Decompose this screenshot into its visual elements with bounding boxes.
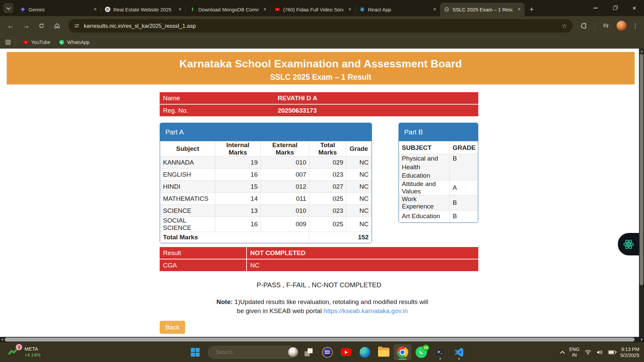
weather-stocks-widget[interactable]: 3 META +4.14% [8,345,41,358]
back-button[interactable]: ← [4,19,17,33]
minimize-button[interactable] [586,0,605,16]
file-explorer-button[interactable] [375,344,392,360]
tab-close-icon[interactable]: × [92,6,99,13]
task-view-button[interactable] [300,344,317,360]
cell-grade: NC [346,217,372,232]
tab-close-icon[interactable]: × [431,6,438,13]
chatgpt-icon [105,7,110,12]
address-bar[interactable]: karresults.nic.in/res_sl_kar2025_resssl_… [68,19,573,33]
bookmarks-bar: YouTube WhatsApp [0,36,644,49]
cell-total: 029 [309,157,346,169]
tab-youtube-video[interactable]: (760) Fidaa Full Video Song × [271,3,355,16]
cell-external: 007 [261,169,309,181]
note-line-2: be given in KSEAB web portal https://kse… [153,306,492,315]
tab-title: SSLC 2025 Exam – 1 Result [452,7,513,12]
col-external: External Marks [261,141,309,157]
windows-logo-icon [191,348,200,357]
home-button[interactable] [50,19,64,33]
bookmarks-divider [15,39,16,45]
eclipse-app-button[interactable] [319,344,336,360]
cell-grade: B [450,154,478,180]
cell-external: 010 [261,205,309,217]
tab-react-app[interactable]: React App × [356,3,440,16]
vertical-scrollbar-thumb[interactable] [640,54,643,285]
horizontal-scrollbar-thumb[interactable] [5,338,635,342]
chrome-app-button[interactable] [394,344,411,360]
tab-close-icon[interactable]: × [177,6,183,13]
clock[interactable]: 9:13 PM 5/2/2025 [621,346,639,358]
toolbar-divider [595,22,595,29]
start-button[interactable] [186,344,204,360]
mongodb-leaf-icon [190,7,195,12]
whatsapp-app-button[interactable]: 19 [413,344,430,360]
media-controls-button[interactable] [599,19,612,33]
web-page: Karnataka School Examination and Assessm… [0,49,639,337]
search-highlight-image[interactable] [288,347,298,357]
cell-grade: A [450,180,478,195]
bookmark-star-icon[interactable]: ☆ [559,22,569,30]
cell-subject: Physical and Health Education [399,154,450,180]
edge-app-button[interactable] [356,344,374,360]
cga-value: NC [247,259,478,271]
cell-subject: ENGLISH [160,169,215,181]
student-reg-no: 20250633173 [278,107,317,114]
profile-avatar[interactable] [616,21,627,31]
volume-icon[interactable] [596,350,603,355]
wifi-icon[interactable] [585,350,591,355]
tab-close-icon[interactable]: × [262,6,268,13]
result-row: Result NOT COMPLETED [160,247,478,259]
student-name: REVATHI D A [278,95,317,102]
close-window-button[interactable]: × [625,0,644,16]
tab-sslc-result-active[interactable]: SSLC 2025 Exam – 1 Result × [440,3,525,16]
url-text[interactable]: karresults.nic.in/res_sl_kar2025_resssl_… [84,23,555,29]
col-subject: SUBJECT [399,141,450,154]
table-row: Physical and Health Education B [399,154,478,180]
youtube-app-button[interactable] [337,344,355,360]
tab-close-icon[interactable]: × [346,6,353,13]
reload-button[interactable] [35,19,48,33]
bookmark-whatsapp[interactable]: WhatsApp [56,38,92,46]
apps-grid-icon[interactable] [5,40,11,45]
cell-grade: NC [346,205,372,217]
scroll-left-arrow-icon[interactable] [1,338,3,341]
site-settings-icon[interactable] [74,23,80,29]
restore-icon [613,6,617,10]
window-controls: × [586,0,644,16]
search-input[interactable] [216,349,285,355]
col-internal: Internal Marks [215,141,260,157]
folder-icon [378,348,389,357]
tray-expand-icon[interactable] [560,351,565,355]
table-header-row: SUBJECT GRADE [399,141,478,154]
bookmark-youtube[interactable]: YouTube [20,38,53,46]
terminal-app-button[interactable]: >_ [431,344,449,360]
reg-label: Reg. No. [163,107,188,114]
extensions-button[interactable] [577,19,591,33]
total-label: Total Marks [160,232,309,243]
kseab-portal-link[interactable]: https://kseab.karnataka.gov.in [324,307,408,314]
scroll-right-arrow-icon[interactable] [641,338,643,341]
table-row: Attitude and Values A [399,180,478,195]
deepseek-floating-button[interactable] [618,233,639,255]
media-playlist-icon [602,22,609,29]
tab-mongodb[interactable]: Download MongoDB Comm × [186,3,270,16]
browser-menu-button[interactable]: ⋮ [631,22,640,30]
forward-button[interactable]: → [19,19,33,33]
new-tab-button[interactable]: + [527,4,537,14]
language-indicator[interactable]: ENG IN [569,347,579,358]
tab-close-icon[interactable]: × [516,6,523,13]
taskbar-search[interactable] [208,346,296,359]
tab-real-estate[interactable]: Real Estate Website 2025 × [101,3,185,16]
puzzle-icon [581,22,587,29]
minimize-icon [593,8,598,8]
tab-gemini[interactable]: Gemini × [16,3,101,16]
whatsapp-icon [59,40,64,45]
tab-title: Real Estate Website 2025 [113,7,174,12]
horizontal-scrollbar[interactable] [0,337,644,342]
battery-icon[interactable] [608,350,615,354]
vertical-scrollbar[interactable] [639,49,644,337]
vscode-app-button[interactable] [450,344,468,360]
back-page-button[interactable]: Back [160,321,185,334]
tab-search-button[interactable] [3,3,13,13]
scroll-up-arrow-icon[interactable] [640,50,643,52]
restore-button[interactable] [605,0,625,16]
